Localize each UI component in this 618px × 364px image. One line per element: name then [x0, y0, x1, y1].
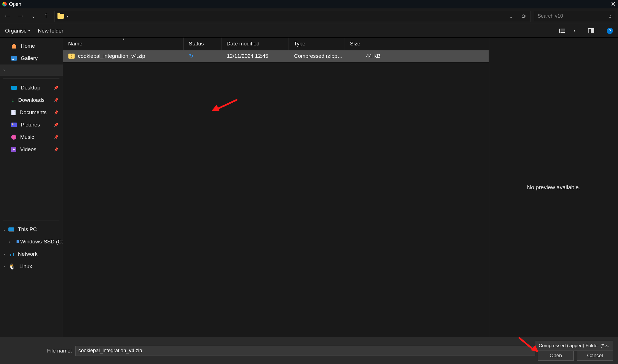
- col-name[interactable]: ▴ Name: [63, 38, 184, 50]
- preview-pane: No preview available.: [489, 38, 618, 337]
- new-folder-button[interactable]: New folder: [38, 28, 63, 34]
- file-row[interactable]: cookiepal_integration_v4.zip ↻ 12/11/202…: [63, 50, 489, 62]
- zip-folder-icon: [68, 54, 75, 59]
- sidebar-item-network[interactable]: › Network: [0, 248, 63, 260]
- up-button[interactable]: 🡑: [41, 11, 51, 21]
- title-bar: Open ✕: [0, 0, 618, 8]
- sidebar-item-downloads[interactable]: ↓ Downloads 📌: [0, 94, 63, 106]
- sidebar-item-home[interactable]: Home: [0, 40, 63, 52]
- preview-pane-icon: [588, 28, 594, 33]
- chrome-icon: [2, 2, 7, 6]
- list-view-icon: [559, 29, 565, 33]
- network-icon: [8, 252, 14, 256]
- file-name-cell: cookiepal_integration_v4.zip: [63, 53, 184, 59]
- gallery-icon: [11, 56, 17, 61]
- toolbar: Organise ▾ New folder ▾ ?: [0, 24, 618, 38]
- sidebar-label: Linux: [19, 263, 32, 269]
- sidebar-label: Windows-SSD (C:): [20, 239, 63, 245]
- sidebar-expand-row[interactable]: ›: [0, 64, 63, 76]
- chevron-down-icon[interactable]: ⌄: [2, 227, 6, 232]
- linux-icon: 🐧: [8, 263, 15, 270]
- search-input[interactable]: [538, 13, 609, 19]
- col-label: Status: [189, 41, 204, 47]
- address-bar[interactable]: › ⌄ ⟳: [54, 11, 531, 22]
- document-icon: [11, 110, 16, 115]
- open-label: Open: [550, 353, 562, 359]
- col-label: Size: [350, 41, 360, 47]
- sidebar-item-gallery[interactable]: Gallery: [0, 52, 63, 64]
- cancel-button[interactable]: Cancel: [577, 351, 613, 361]
- file-type-label: Compressed (zipped) Folder (*.z: [539, 343, 607, 349]
- help-icon[interactable]: ?: [607, 28, 613, 34]
- sidebar-item-music[interactable]: Music 📌: [0, 131, 63, 143]
- file-area: ▴ Name Status Date modified Type Size co…: [63, 38, 618, 337]
- chevron-down-icon: ▾: [28, 29, 30, 33]
- music-icon: [11, 135, 16, 140]
- col-size[interactable]: Size: [345, 38, 384, 50]
- file-type-select[interactable]: Compressed (zipped) Folder (*.z ⌄: [536, 341, 613, 351]
- back-button[interactable]: 🡐: [3, 11, 12, 21]
- file-list: ▴ Name Status Date modified Type Size co…: [63, 38, 489, 337]
- chevron-right-icon[interactable]: ›: [2, 252, 6, 256]
- pin-icon: 📌: [54, 86, 58, 90]
- sidebar-item-pictures[interactable]: Pictures 📌: [0, 119, 63, 131]
- file-size-cell: 44 KB: [345, 53, 384, 59]
- chevron-down-icon[interactable]: ▾: [574, 29, 575, 33]
- sidebar-label: Home: [21, 43, 35, 49]
- download-icon: ↓: [11, 97, 14, 103]
- view-mode-button[interactable]: [558, 27, 566, 34]
- sidebar-item-windows-ssd[interactable]: › Windows-SSD (C:): [0, 236, 63, 248]
- refresh-icon[interactable]: ⟳: [520, 13, 527, 20]
- col-type[interactable]: Type: [289, 38, 345, 50]
- pin-icon: 📌: [54, 98, 58, 102]
- sync-icon: ↻: [189, 53, 193, 59]
- pin-icon: 📌: [54, 110, 58, 115]
- file-name-input[interactable]: [75, 346, 535, 356]
- file-name-label: File name:: [47, 348, 72, 354]
- recent-dropdown[interactable]: ⌄: [29, 11, 38, 21]
- file-name: cookiepal_integration_v4.zip: [78, 53, 145, 59]
- close-icon[interactable]: ✕: [611, 1, 616, 8]
- file-type-cell: Compressed (zipped)...: [289, 53, 345, 59]
- pc-icon: [8, 227, 14, 231]
- open-button[interactable]: Open: [538, 351, 574, 361]
- chevron-down-icon: ⌄: [607, 344, 610, 348]
- sidebar-label: Videos: [20, 146, 36, 153]
- sidebar-label: Music: [20, 134, 34, 140]
- organise-menu[interactable]: Organise ▾: [5, 28, 30, 34]
- forward-button[interactable]: 🡒: [16, 11, 25, 21]
- footer: File name: Compressed (zipped) Folder (*…: [0, 337, 618, 364]
- file-date-cell: 12/11/2024 12:45: [222, 53, 289, 59]
- file-status-cell: ↻: [184, 53, 222, 59]
- breadcrumb-separator: ›: [66, 13, 68, 19]
- col-status[interactable]: Status: [184, 38, 222, 50]
- preview-text: No preview available.: [527, 184, 580, 191]
- sidebar-item-videos[interactable]: Videos 📌: [0, 143, 63, 156]
- search-icon: ⌕: [609, 13, 612, 19]
- pin-icon: 📌: [54, 135, 58, 139]
- chevron-right-icon[interactable]: ›: [2, 264, 6, 269]
- main-area: Home Gallery › Desktop 📌 ↓ Downloads 📌 D…: [0, 38, 618, 337]
- video-icon: [11, 147, 16, 152]
- column-headers: ▴ Name Status Date modified Type Size: [63, 38, 489, 50]
- sidebar-item-this-pc[interactable]: ⌄ This PC: [0, 223, 63, 236]
- col-label: Date modified: [227, 41, 259, 47]
- new-folder-label: New folder: [38, 28, 63, 34]
- sidebar-label: Downloads: [18, 97, 45, 103]
- search-box[interactable]: ⌕: [534, 11, 615, 22]
- sidebar-item-documents[interactable]: Documents 📌: [0, 106, 63, 119]
- sidebar-item-desktop[interactable]: Desktop 📌: [0, 82, 63, 94]
- sidebar-item-linux[interactable]: › 🐧 Linux: [0, 260, 63, 273]
- chevron-right-icon[interactable]: ›: [7, 239, 11, 244]
- col-label: Type: [294, 41, 305, 47]
- sidebar-label: Network: [18, 251, 38, 257]
- sidebar-label: Gallery: [21, 55, 38, 61]
- preview-pane-button[interactable]: [587, 27, 595, 34]
- organise-label: Organise: [5, 28, 27, 34]
- window-title: Open: [9, 1, 21, 7]
- sidebar: Home Gallery › Desktop 📌 ↓ Downloads 📌 D…: [0, 38, 63, 337]
- address-dropdown-icon[interactable]: ⌄: [507, 13, 515, 19]
- sidebar-label: Pictures: [21, 122, 40, 128]
- sidebar-label: Desktop: [21, 85, 40, 91]
- col-date-modified[interactable]: Date modified: [222, 38, 289, 50]
